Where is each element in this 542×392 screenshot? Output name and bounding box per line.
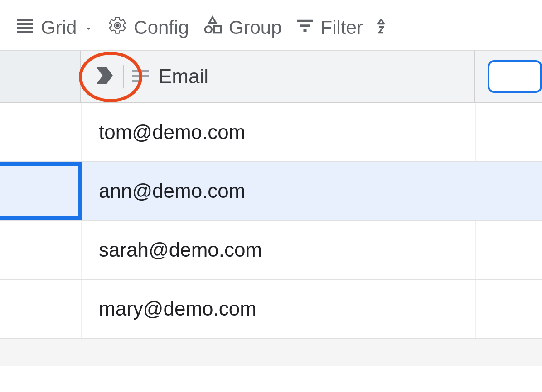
sort-icon: [377, 15, 395, 40]
gear-icon: [107, 15, 127, 40]
email-value: ann@demo.com: [99, 180, 246, 202]
caret-down-icon: [83, 17, 94, 38]
shapes-icon: [203, 15, 223, 40]
svg-rect-2: [17, 27, 33, 29]
svg-rect-11: [132, 75, 149, 77]
config-button[interactable]: Config: [102, 14, 194, 42]
column-header-label: Email: [159, 65, 208, 88]
svg-rect-6: [214, 26, 221, 33]
data-table: Email tom@demo.com ann@demo.com sarah@de…: [0, 51, 542, 366]
grid-view-button[interactable]: Grid: [10, 14, 99, 41]
toolbar: Grid Config Group: [0, 5, 542, 51]
svg-rect-3: [17, 31, 33, 33]
svg-rect-7: [297, 20, 313, 22]
svg-point-5: [205, 26, 212, 33]
svg-rect-9: [303, 29, 306, 32]
next-cell[interactable]: [476, 103, 542, 161]
group-button[interactable]: Group: [197, 14, 287, 42]
svg-rect-10: [132, 70, 149, 72]
filter-button[interactable]: Filter: [290, 14, 368, 41]
email-cell[interactable]: ann@demo.com: [82, 162, 476, 220]
divider: [123, 65, 124, 88]
table-row[interactable]: mary@demo.com: [0, 280, 542, 339]
row-handle[interactable]: [0, 103, 82, 161]
active-cell-outline[interactable]: [488, 60, 542, 93]
next-cell[interactable]: [476, 162, 542, 220]
email-value: mary@demo.com: [99, 297, 256, 320]
filter-label: Filter: [321, 17, 363, 38]
email-column-header[interactable]: Email: [81, 51, 475, 102]
expand-column-icon[interactable]: [92, 63, 117, 90]
config-label: Config: [134, 17, 189, 38]
next-cell[interactable]: [476, 280, 542, 338]
svg-rect-8: [300, 24, 310, 27]
table-header-row: Email: [0, 51, 542, 103]
svg-rect-12: [132, 80, 142, 82]
sort-button-partial[interactable]: [371, 14, 395, 42]
grid-label: Grid: [41, 17, 77, 38]
list-icon: [15, 16, 34, 39]
email-value: sarah@demo.com: [99, 239, 262, 261]
row-number-header[interactable]: [0, 51, 81, 102]
table-row[interactable]: tom@demo.com: [0, 103, 542, 162]
table-row[interactable]: ann@demo.com: [0, 162, 542, 221]
group-label: Group: [229, 17, 282, 38]
next-column-header[interactable]: [475, 51, 542, 102]
next-cell[interactable]: [476, 221, 542, 279]
row-handle[interactable]: [0, 162, 82, 220]
email-cell[interactable]: tom@demo.com: [82, 103, 476, 161]
email-cell[interactable]: mary@demo.com: [82, 280, 476, 338]
row-handle[interactable]: [0, 221, 82, 279]
email-value: tom@demo.com: [99, 121, 245, 143]
svg-rect-1: [17, 23, 33, 25]
svg-point-4: [116, 23, 120, 27]
table-footer: [0, 339, 542, 366]
table-row[interactable]: sarah@demo.com: [0, 221, 542, 280]
text-field-icon: [131, 66, 150, 87]
svg-rect-0: [17, 19, 33, 21]
filter-icon: [295, 16, 315, 39]
row-handle[interactable]: [0, 280, 82, 338]
email-cell[interactable]: sarah@demo.com: [82, 221, 476, 279]
